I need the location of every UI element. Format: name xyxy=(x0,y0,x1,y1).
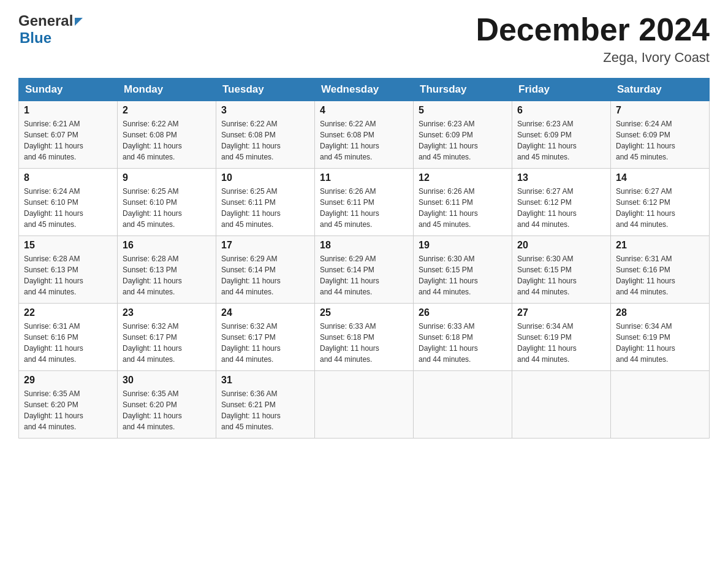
day-number: 3 xyxy=(221,105,309,116)
day-number: 21 xyxy=(616,240,704,251)
day-number: 18 xyxy=(320,240,408,251)
title-section: December 2024 Zega, Ivory Coast xyxy=(476,12,710,66)
day-number: 26 xyxy=(419,307,507,318)
calendar-cell: 23 Sunrise: 6:32 AM Sunset: 6:17 PM Dayl… xyxy=(118,304,216,371)
calendar-cell: 31 Sunrise: 6:36 AM Sunset: 6:21 PM Dayl… xyxy=(216,371,315,439)
day-number: 27 xyxy=(517,307,605,318)
day-number: 30 xyxy=(123,375,211,386)
day-info: Sunrise: 6:21 AM Sunset: 6:07 PM Dayligh… xyxy=(24,118,112,163)
calendar-cell: 16 Sunrise: 6:28 AM Sunset: 6:13 PM Dayl… xyxy=(118,236,216,304)
day-info: Sunrise: 6:30 AM Sunset: 6:15 PM Dayligh… xyxy=(517,253,605,297)
day-info: Sunrise: 6:35 AM Sunset: 6:20 PM Dayligh… xyxy=(24,388,112,432)
calendar-cell: 3 Sunrise: 6:22 AM Sunset: 6:08 PM Dayli… xyxy=(216,101,315,169)
day-info: Sunrise: 6:24 AM Sunset: 6:09 PM Dayligh… xyxy=(616,118,704,163)
calendar-cell: 4 Sunrise: 6:22 AM Sunset: 6:08 PM Dayli… xyxy=(315,101,414,169)
day-info: Sunrise: 6:24 AM Sunset: 6:10 PM Dayligh… xyxy=(24,186,112,230)
day-number: 2 xyxy=(123,105,211,116)
calendar-week-2: 8 Sunrise: 6:24 AM Sunset: 6:10 PM Dayli… xyxy=(19,169,710,236)
calendar-cell: 18 Sunrise: 6:29 AM Sunset: 6:14 PM Dayl… xyxy=(315,236,414,304)
calendar-cell xyxy=(512,371,611,439)
day-number: 19 xyxy=(419,240,507,251)
day-info: Sunrise: 6:25 AM Sunset: 6:10 PM Dayligh… xyxy=(123,186,211,230)
day-info: Sunrise: 6:31 AM Sunset: 6:16 PM Dayligh… xyxy=(24,321,112,365)
day-info: Sunrise: 6:34 AM Sunset: 6:19 PM Dayligh… xyxy=(517,321,605,365)
day-info: Sunrise: 6:26 AM Sunset: 6:11 PM Dayligh… xyxy=(419,186,507,230)
calendar-cell: 24 Sunrise: 6:32 AM Sunset: 6:17 PM Dayl… xyxy=(216,304,315,371)
day-info: Sunrise: 6:23 AM Sunset: 6:09 PM Dayligh… xyxy=(517,118,605,163)
calendar-cell: 21 Sunrise: 6:31 AM Sunset: 6:16 PM Dayl… xyxy=(611,236,710,304)
day-number: 22 xyxy=(24,307,112,318)
page-header: General Blue December 2024 Zega, Ivory C… xyxy=(18,12,710,66)
col-tuesday: Tuesday xyxy=(216,79,315,101)
day-info: Sunrise: 6:28 AM Sunset: 6:13 PM Dayligh… xyxy=(24,253,112,297)
day-number: 11 xyxy=(320,172,408,183)
day-info: Sunrise: 6:33 AM Sunset: 6:18 PM Dayligh… xyxy=(320,321,408,365)
month-title: December 2024 xyxy=(476,12,710,47)
calendar-cell: 27 Sunrise: 6:34 AM Sunset: 6:19 PM Dayl… xyxy=(512,304,611,371)
calendar-week-3: 15 Sunrise: 6:28 AM Sunset: 6:13 PM Dayl… xyxy=(19,236,710,304)
day-info: Sunrise: 6:27 AM Sunset: 6:12 PM Dayligh… xyxy=(517,186,605,230)
calendar-cell: 5 Sunrise: 6:23 AM Sunset: 6:09 PM Dayli… xyxy=(414,101,512,169)
calendar-cell: 28 Sunrise: 6:34 AM Sunset: 6:19 PM Dayl… xyxy=(611,304,710,371)
calendar-cell: 6 Sunrise: 6:23 AM Sunset: 6:09 PM Dayli… xyxy=(512,101,611,169)
calendar-week-1: 1 Sunrise: 6:21 AM Sunset: 6:07 PM Dayli… xyxy=(19,101,710,169)
calendar-cell: 17 Sunrise: 6:29 AM Sunset: 6:14 PM Dayl… xyxy=(216,236,315,304)
calendar-cell xyxy=(315,371,414,439)
calendar-week-4: 22 Sunrise: 6:31 AM Sunset: 6:16 PM Dayl… xyxy=(19,304,710,371)
day-number: 29 xyxy=(24,375,112,386)
day-info: Sunrise: 6:33 AM Sunset: 6:18 PM Dayligh… xyxy=(419,321,507,365)
day-number: 10 xyxy=(221,172,309,183)
col-wednesday: Wednesday xyxy=(315,79,414,101)
day-number: 14 xyxy=(616,172,704,183)
day-number: 9 xyxy=(123,172,211,183)
day-number: 23 xyxy=(123,307,211,318)
col-saturday: Saturday xyxy=(611,79,710,101)
calendar-table: Sunday Monday Tuesday Wednesday Thursday… xyxy=(18,78,710,439)
calendar-cell: 30 Sunrise: 6:35 AM Sunset: 6:20 PM Dayl… xyxy=(118,371,216,439)
day-info: Sunrise: 6:32 AM Sunset: 6:17 PM Dayligh… xyxy=(123,321,211,365)
header-row: Sunday Monday Tuesday Wednesday Thursday… xyxy=(19,79,710,101)
day-info: Sunrise: 6:27 AM Sunset: 6:12 PM Dayligh… xyxy=(616,186,704,230)
day-info: Sunrise: 6:31 AM Sunset: 6:16 PM Dayligh… xyxy=(616,253,704,297)
calendar-cell: 15 Sunrise: 6:28 AM Sunset: 6:13 PM Dayl… xyxy=(19,236,118,304)
day-number: 5 xyxy=(419,105,507,116)
day-info: Sunrise: 6:26 AM Sunset: 6:11 PM Dayligh… xyxy=(320,186,408,230)
day-info: Sunrise: 6:22 AM Sunset: 6:08 PM Dayligh… xyxy=(320,118,408,163)
day-number: 13 xyxy=(517,172,605,183)
logo-blue-text: Blue xyxy=(20,29,51,47)
day-number: 4 xyxy=(320,105,408,116)
day-number: 24 xyxy=(221,307,309,318)
day-info: Sunrise: 6:29 AM Sunset: 6:14 PM Dayligh… xyxy=(221,253,309,297)
calendar-cell: 7 Sunrise: 6:24 AM Sunset: 6:09 PM Dayli… xyxy=(611,101,710,169)
calendar-cell: 9 Sunrise: 6:25 AM Sunset: 6:10 PM Dayli… xyxy=(118,169,216,236)
calendar-cell xyxy=(414,371,512,439)
location-text: Zega, Ivory Coast xyxy=(476,50,710,66)
day-info: Sunrise: 6:29 AM Sunset: 6:14 PM Dayligh… xyxy=(320,253,408,297)
day-info: Sunrise: 6:35 AM Sunset: 6:20 PM Dayligh… xyxy=(123,388,211,432)
day-number: 12 xyxy=(419,172,507,183)
day-number: 1 xyxy=(24,105,112,116)
calendar-cell: 26 Sunrise: 6:33 AM Sunset: 6:18 PM Dayl… xyxy=(414,304,512,371)
day-number: 8 xyxy=(24,172,112,183)
col-friday: Friday xyxy=(512,79,611,101)
calendar-cell: 12 Sunrise: 6:26 AM Sunset: 6:11 PM Dayl… xyxy=(414,169,512,236)
calendar-cell xyxy=(611,371,710,439)
day-number: 20 xyxy=(517,240,605,251)
col-thursday: Thursday xyxy=(414,79,512,101)
day-number: 16 xyxy=(123,240,211,251)
day-info: Sunrise: 6:32 AM Sunset: 6:17 PM Dayligh… xyxy=(221,321,309,365)
calendar-cell: 25 Sunrise: 6:33 AM Sunset: 6:18 PM Dayl… xyxy=(315,304,414,371)
day-info: Sunrise: 6:23 AM Sunset: 6:09 PM Dayligh… xyxy=(419,118,507,163)
day-number: 15 xyxy=(24,240,112,251)
day-number: 6 xyxy=(517,105,605,116)
day-info: Sunrise: 6:36 AM Sunset: 6:21 PM Dayligh… xyxy=(221,388,309,432)
day-info: Sunrise: 6:22 AM Sunset: 6:08 PM Dayligh… xyxy=(123,118,211,163)
calendar-cell: 8 Sunrise: 6:24 AM Sunset: 6:10 PM Dayli… xyxy=(19,169,118,236)
logo-general-text: General xyxy=(18,12,73,29)
calendar-cell: 2 Sunrise: 6:22 AM Sunset: 6:08 PM Dayli… xyxy=(118,101,216,169)
day-number: 31 xyxy=(221,375,309,386)
day-number: 25 xyxy=(320,307,408,318)
calendar-week-5: 29 Sunrise: 6:35 AM Sunset: 6:20 PM Dayl… xyxy=(19,371,710,439)
calendar-cell: 11 Sunrise: 6:26 AM Sunset: 6:11 PM Dayl… xyxy=(315,169,414,236)
logo: General Blue xyxy=(18,12,83,47)
